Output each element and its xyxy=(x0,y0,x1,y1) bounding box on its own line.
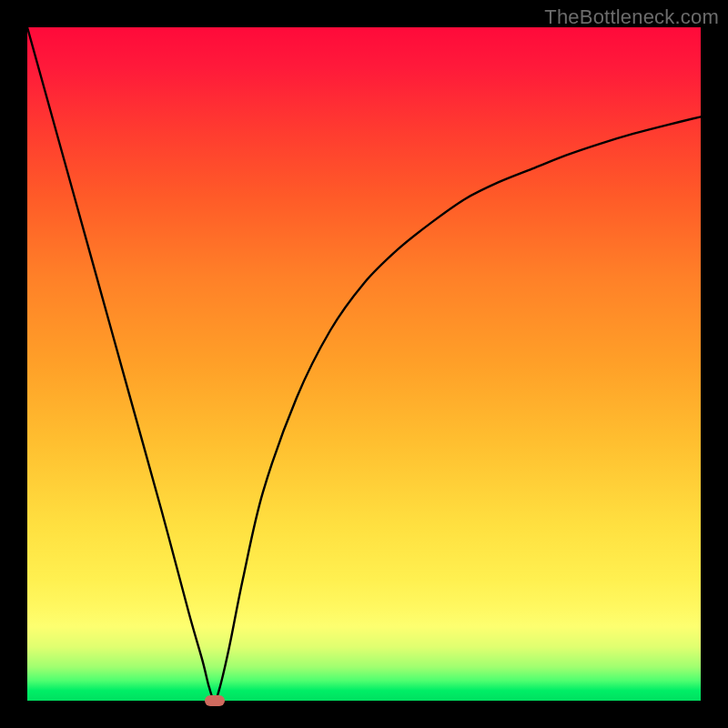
bottleneck-curve xyxy=(27,27,701,701)
minimum-marker xyxy=(205,695,225,706)
chart-frame: TheBottleneck.com xyxy=(0,0,728,728)
watermark-text: TheBottleneck.com xyxy=(544,5,719,29)
plot-area xyxy=(27,27,701,701)
